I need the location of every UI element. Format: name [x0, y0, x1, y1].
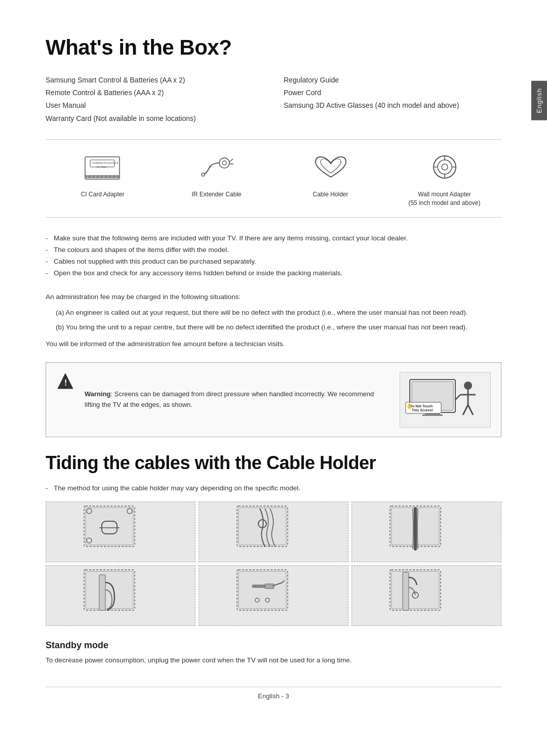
icon-item-cable-holder: Cable Holder [274, 150, 387, 199]
admin-sub-b: (b) You bring the unit to a repair centr… [56, 322, 501, 333]
cable-image-2 [199, 501, 348, 562]
items-grid: Samsung Smart Control & Batteries (AA x … [46, 74, 501, 125]
icon-item-ci-card: COMMON INTERFACE 5V ONLY CI Card Adapter [46, 150, 160, 199]
items-left: Samsung Smart Control & Batteries (AA x … [46, 74, 263, 125]
cable-images-row-1 [46, 501, 501, 562]
page-footer: English - 3 [46, 687, 501, 700]
note-item-2: Cables not supplied with this product ca… [46, 256, 501, 268]
notes-list: Make sure that the following items are i… [46, 233, 501, 279]
note-item-1: The colours and shapes of the items diff… [46, 244, 501, 256]
cable-image-5 [199, 565, 348, 626]
svg-rect-4 [85, 175, 120, 178]
cable-images-grid [46, 501, 501, 626]
svg-point-15 [202, 173, 205, 176]
icon-item-ir-cable: IR Extender Cable [160, 150, 274, 199]
admin-sub-a: (a) An engineer is called out at your re… [56, 307, 501, 319]
item-left-1: Remote Control & Batteries (AAA x 2) [46, 87, 263, 99]
cable-holder-label: Cable Holder [312, 190, 348, 199]
svg-line-34 [463, 405, 468, 415]
svg-line-16 [229, 159, 233, 162]
footer-label: English - 3 [258, 692, 289, 700]
svg-point-20 [442, 164, 448, 170]
cable-note: The method for using the cable holder ma… [46, 483, 501, 494]
svg-text:COMMON INTERFACE: COMMON INTERFACE [92, 161, 119, 164]
standby-text: To decrease power consumption, unplug th… [46, 655, 501, 666]
warning-icon: ! [56, 372, 75, 392]
item-left-3: Warranty Card (Not available in some loc… [46, 112, 263, 125]
svg-text:This Screen!: This Screen! [412, 408, 433, 412]
item-right-0: Regulatory Guide [284, 74, 501, 87]
admin-main-text: An administration fee may be charged in … [46, 291, 501, 303]
svg-rect-42 [86, 508, 133, 545]
svg-text:Do Not Touch: Do Not Touch [410, 404, 433, 408]
wall-mount-icon [422, 150, 467, 185]
warning-text: Warning: Screens can be damaged from dir… [85, 389, 390, 410]
item-left-2: User Manual [46, 99, 263, 112]
svg-point-19 [438, 160, 452, 174]
svg-line-36 [455, 395, 460, 400]
svg-text:🤚: 🤚 [406, 403, 413, 409]
section1-title: What's in the Box? [46, 35, 501, 60]
svg-point-31 [464, 382, 472, 390]
item-right-1: Power Cord [284, 87, 501, 99]
svg-text:!: ! [64, 379, 67, 387]
svg-rect-66 [403, 572, 409, 610]
admin-note: You will be informed of the administrati… [46, 339, 501, 350]
cable-holder-icon [308, 150, 354, 185]
icon-item-wall-mount: Wall mount Adapter (55 inch model and ab… [387, 150, 501, 207]
svg-rect-30 [422, 414, 443, 416]
accessories-icons-row: COMMON INTERFACE 5V ONLY CI Card Adapter [46, 139, 501, 218]
standby-section: Standby mode To decrease power consumpti… [46, 640, 501, 666]
items-right: Regulatory Guide Power Cord Samsung 3D A… [284, 74, 501, 125]
cable-image-3 [351, 501, 501, 562]
item-left-0: Samsung Smart Control & Batteries (AA x … [46, 74, 263, 87]
cable-image-1 [46, 501, 196, 562]
ci-card-icon: COMMON INTERFACE 5V ONLY [80, 150, 126, 185]
language-tab: English [531, 81, 547, 120]
svg-line-35 [468, 405, 473, 415]
note-item-3: Open the box and check for any accessory… [46, 268, 501, 279]
svg-point-13 [219, 158, 229, 168]
svg-rect-57 [239, 571, 286, 609]
cable-images-row-2 [46, 565, 501, 626]
warning-box: ! Warning: Screens can be damaged from d… [46, 362, 501, 437]
wall-mount-label: Wall mount Adapter (55 inch model and ab… [408, 190, 480, 207]
note-item-0: Make sure that the following items are i… [46, 233, 501, 244]
cable-image-4 [46, 565, 196, 626]
warning-text-content: : Screens can be damaged from direct pre… [85, 390, 374, 408]
ci-card-label: CI Card Adapter [81, 190, 124, 199]
section2-title: Tiding the cables with the Cable Holder [46, 452, 501, 474]
ir-cable-label: IR Extender Cable [191, 190, 241, 199]
svg-rect-65 [392, 571, 439, 609]
item-right-2: Samsung 3D Active Glasses (40 inch model… [284, 99, 501, 112]
warning-bold: Warning [85, 390, 111, 398]
svg-point-14 [222, 161, 226, 165]
svg-rect-55 [99, 575, 105, 610]
admin-section: An administration fee may be charged in … [46, 291, 501, 350]
svg-rect-54 [86, 571, 133, 609]
warning-image: Do Not Touch This Screen! 🤚 [400, 372, 491, 428]
ir-cable-icon [194, 150, 240, 185]
standby-title: Standby mode [46, 640, 501, 651]
cable-image-6 [351, 565, 501, 626]
svg-text:5V ONLY: 5V ONLY [97, 165, 107, 169]
